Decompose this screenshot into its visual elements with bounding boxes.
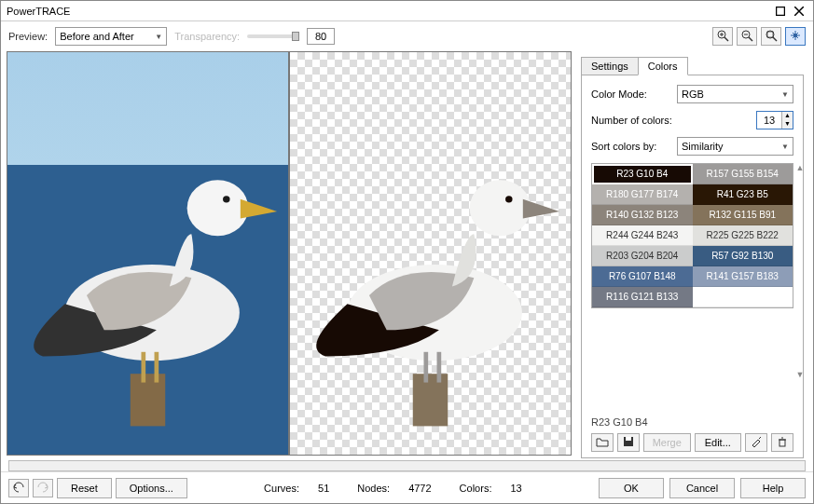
merge-button[interactable]: Merge — [643, 433, 691, 452]
color-mode-value: RGB — [682, 89, 704, 100]
trash-icon — [777, 436, 788, 449]
svg-line-4 — [724, 37, 728, 41]
tab-settings[interactable]: Settings — [581, 57, 639, 75]
zoom-out-button[interactable] — [737, 27, 757, 46]
svg-point-13 — [793, 34, 797, 37]
swatch-scrollbar[interactable]: ▲ ▼ — [795, 163, 805, 379]
tab-colors[interactable]: Colors — [638, 57, 688, 75]
curves-label: Curves: — [264, 483, 299, 494]
svg-line-8 — [749, 37, 752, 41]
curves-value: 51 — [318, 483, 329, 494]
num-colors-up[interactable]: ▲ — [781, 112, 793, 120]
svg-rect-14 — [131, 374, 165, 426]
color-swatch[interactable]: R57 G92 B130 — [693, 246, 793, 266]
preview-mode-dropdown[interactable]: Before and After ▼ — [55, 27, 167, 46]
folder-open-icon — [596, 436, 609, 449]
zoom-out-icon — [740, 29, 753, 44]
open-palette-button[interactable] — [591, 433, 614, 452]
transparency-value[interactable] — [307, 28, 335, 45]
nodes-value: 4772 — [408, 483, 431, 494]
color-mode-dropdown[interactable]: RGB ▼ — [677, 85, 793, 103]
empty-swatch — [693, 287, 793, 307]
slider-thumb[interactable] — [292, 32, 299, 41]
colors-label: Colors: — [460, 483, 492, 494]
pan-icon — [789, 29, 802, 44]
eyedropper-button[interactable] — [745, 433, 767, 452]
transparency-slider[interactable] — [247, 34, 299, 38]
scroll-up-icon[interactable]: ▲ — [795, 163, 805, 172]
svg-rect-20 — [413, 374, 448, 426]
svg-rect-12 — [767, 32, 773, 37]
chevron-down-icon: ▼ — [155, 33, 162, 41]
redo-button[interactable] — [33, 479, 53, 497]
svg-point-16 — [187, 180, 249, 236]
sort-colors-value: Similarity — [682, 141, 724, 152]
options-button[interactable]: Options... — [116, 478, 187, 498]
color-swatch[interactable]: R244 G244 B243 — [592, 225, 693, 246]
color-swatch[interactable]: R140 G132 B123 — [592, 205, 693, 225]
color-swatch[interactable]: R132 G115 B91 — [693, 205, 793, 225]
nodes-label: Nodes: — [357, 483, 390, 494]
svg-rect-28 — [780, 440, 785, 446]
color-mode-label: Color Mode: — [591, 89, 677, 100]
svg-point-17 — [223, 196, 229, 202]
zoom-in-icon — [716, 29, 729, 44]
preview-before-pane[interactable] — [7, 51, 289, 456]
undo-icon — [12, 482, 25, 495]
horizontal-scrollbar[interactable] — [8, 460, 806, 471]
zoom-fit-button[interactable] — [761, 27, 781, 46]
zoom-fit-icon — [765, 29, 778, 44]
color-swatch[interactable]: R141 G157 B183 — [693, 266, 793, 287]
bird-traced-image — [299, 125, 561, 430]
reset-button[interactable]: Reset — [57, 478, 112, 498]
cancel-button[interactable]: Cancel — [669, 478, 735, 498]
num-colors-input[interactable] — [757, 112, 781, 129]
color-swatch[interactable]: R225 G225 B222 — [693, 225, 793, 246]
svg-rect-0 — [777, 7, 785, 15]
close-button[interactable] — [791, 5, 807, 18]
preview-mode-value: Before and After — [60, 31, 134, 42]
zoom-in-button[interactable] — [712, 27, 733, 46]
svg-line-11 — [773, 37, 777, 41]
chevron-down-icon: ▼ — [781, 90, 789, 99]
svg-point-22 — [470, 180, 531, 236]
transparency-label: Transparency: — [174, 31, 240, 42]
help-button[interactable]: Help — [740, 478, 806, 498]
bird-original-image — [17, 125, 279, 430]
colors-value: 13 — [510, 483, 521, 494]
color-swatch[interactable]: R203 G204 B204 — [592, 246, 693, 266]
svg-point-23 — [505, 196, 512, 202]
save-palette-button[interactable] — [617, 433, 640, 452]
num-colors-spinner[interactable]: ▲ ▼ — [756, 111, 793, 129]
color-swatch[interactable]: R41 G23 B5 — [693, 184, 793, 205]
color-swatch[interactable]: R116 G121 B133 — [592, 287, 693, 307]
pan-button[interactable] — [785, 27, 806, 46]
color-swatch[interactable]: R23 G10 B4 — [592, 164, 693, 184]
preview-label: Preview: — [8, 31, 48, 42]
color-swatch[interactable]: R76 G107 B148 — [592, 266, 693, 287]
window-title: PowerTRACE — [7, 6, 770, 17]
redo-icon — [36, 482, 49, 495]
maximize-button[interactable] — [772, 5, 789, 18]
edit-color-button[interactable]: Edit... — [695, 433, 742, 452]
save-icon — [623, 436, 634, 449]
color-swatch[interactable]: R157 G155 B154 — [693, 164, 793, 184]
color-swatch[interactable]: R180 G177 B174 — [592, 184, 693, 205]
sort-colors-label: Sort colors by: — [591, 141, 677, 152]
ok-button[interactable]: OK — [599, 478, 664, 498]
color-swatch-grid: R23 G10 B4R157 G155 B154R180 G177 B174R4… — [591, 163, 793, 308]
svg-rect-27 — [626, 437, 631, 441]
delete-color-button[interactable] — [771, 433, 793, 452]
undo-button[interactable] — [8, 479, 29, 497]
selected-color-label: R23 G10 B4 — [591, 416, 793, 428]
preview-after-pane[interactable] — [289, 51, 572, 456]
eyedropper-icon — [751, 436, 762, 449]
num-colors-down[interactable]: ▼ — [781, 120, 793, 129]
sort-colors-dropdown[interactable]: Similarity ▼ — [677, 137, 793, 156]
scroll-down-icon[interactable]: ▼ — [795, 370, 805, 379]
num-colors-label: Number of colors: — [591, 115, 677, 126]
chevron-down-icon: ▼ — [781, 143, 789, 151]
